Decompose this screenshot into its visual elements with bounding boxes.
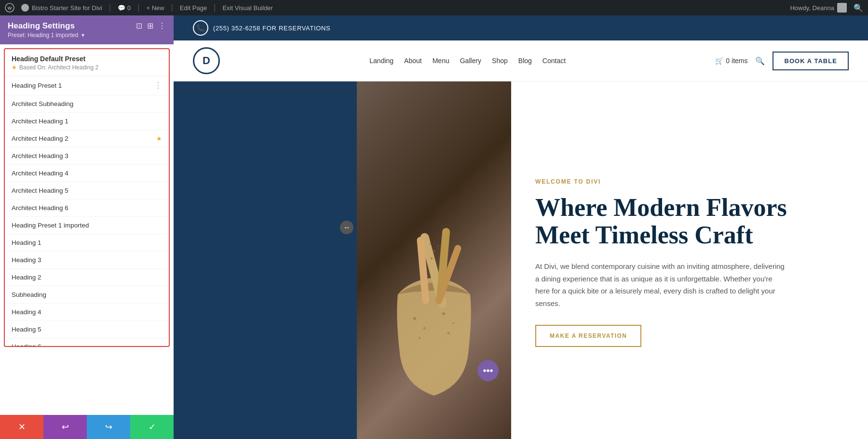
preset-list-item[interactable]: Subheading: [5, 286, 169, 304]
food-illustration: [371, 222, 497, 425]
preview-area: ↔ 📞 (255) 352-6258 FOR RESERVATIONS D La…: [174, 15, 868, 439]
edit-page-link[interactable]: Edit Page: [180, 4, 207, 12]
svg-point-8: [431, 257, 433, 259]
nav-link-gallery[interactable]: Gallery: [460, 57, 481, 65]
hero-image: [357, 81, 511, 439]
preset-item-label: Heading 3: [12, 256, 41, 264]
preset-list-item[interactable]: Architect Heading 2★: [5, 130, 169, 147]
panel-subtitle: Preset: Heading 1 imported ▾: [8, 32, 84, 39]
preset-item-dots-icon[interactable]: ⋮: [154, 81, 162, 90]
bottom-bar: ✕ ↩ ↪ ✓: [0, 415, 174, 439]
preset-item-label: Heading 6: [12, 343, 41, 346]
svg-point-15: [419, 337, 420, 339]
preset-item-label: Heading 1: [12, 239, 41, 246]
howdy-user: Howdy, Deanna: [790, 3, 847, 13]
site-logo: D: [193, 47, 220, 74]
phone-number: (255) 352-6258 FOR RESERVATIONS: [213, 25, 330, 32]
hero-section: WELCOME TO DIVI Where Modern Flavors Mee…: [174, 81, 868, 439]
preset-list-item[interactable]: Heading 4: [5, 304, 169, 321]
svg-point-12: [423, 327, 426, 330]
preset-item-label: Heading 5: [12, 326, 41, 333]
preset-list-item[interactable]: Heading Preset 1 imported: [5, 217, 169, 234]
preset-item-label: Heading 2: [12, 274, 41, 281]
preset-item-star-icon[interactable]: ★: [156, 135, 162, 142]
preset-item-label: Architect Heading 1: [12, 118, 68, 125]
preset-list-item[interactable]: Heading 6: [5, 338, 169, 346]
preset-item-label: Heading Preset 1 imported: [12, 222, 89, 229]
nav-link-contact[interactable]: Contact: [542, 57, 566, 65]
svg-point-14: [452, 322, 454, 324]
preset-item-label: Architect Heading 5: [12, 187, 68, 194]
site-name[interactable]: D Bistro Starter Site for Divi: [21, 4, 102, 12]
default-preset-based: ★ Based On: Architect Heading 2: [12, 64, 162, 71]
default-preset-item[interactable]: Heading Default Preset ★ Based On: Archi…: [5, 49, 169, 76]
main-layout: Heading Settings Preset: Heading 1 impor…: [0, 15, 868, 439]
site-icon: [21, 4, 29, 12]
close-icon: ✕: [18, 422, 26, 432]
user-avatar: [837, 3, 847, 13]
svg-point-10: [430, 243, 431, 245]
preset-list-item[interactable]: Architect Heading 1: [5, 113, 169, 130]
preset-item-label: Architect Heading 6: [12, 204, 68, 212]
preset-item-label: Architect Heading 2: [12, 135, 68, 142]
preset-list-item[interactable]: Architect Heading 5: [5, 182, 169, 200]
preset-item-label: Architect Heading 3: [12, 152, 68, 160]
view-icon[interactable]: ⊡: [136, 21, 142, 30]
hero-body-text: At Divi, we blend contemporary cuisine w…: [535, 260, 786, 309]
preset-dropdown-arrow[interactable]: ▾: [81, 32, 84, 39]
preset-list-item[interactable]: Architect Heading 4: [5, 165, 169, 182]
make-reservation-button[interactable]: MAKE A RESERVATION: [535, 325, 641, 347]
layout-icon[interactable]: ⊞: [147, 21, 153, 30]
svg-point-13: [442, 312, 445, 315]
preset-list-item[interactable]: Architect Heading 6: [5, 200, 169, 217]
cart-link[interactable]: 🛒 0 items: [715, 57, 747, 65]
exit-visual-builder-link[interactable]: Exit Visual Builder: [222, 4, 273, 12]
close-button[interactable]: ✕: [0, 415, 43, 439]
svg-point-16: [448, 332, 450, 334]
wp-admin-bar: W D Bistro Starter Site for Divi | 💬 0 |…: [0, 0, 868, 15]
more-options-icon[interactable]: ⋮: [158, 21, 166, 30]
website-preview: 📞 (255) 352-6258 FOR RESERVATIONS D Land…: [174, 15, 868, 439]
svg-point-9: [437, 246, 439, 247]
preset-item-label: Architect Subheading: [12, 100, 73, 107]
preset-list-item[interactable]: Heading Preset 1⋮: [5, 76, 169, 95]
hero-content: WELCOME TO DIVI Where Modern Flavors Mee…: [511, 81, 868, 439]
book-table-button[interactable]: BOOK A TABLE: [773, 52, 849, 70]
nav-link-menu[interactable]: Menu: [433, 57, 449, 65]
save-button[interactable]: ✓: [130, 415, 174, 439]
nav-link-about[interactable]: About: [404, 57, 422, 65]
preset-item-label: Heading 4: [12, 308, 41, 316]
site-top-bar: 📞 (255) 352-6258 FOR RESERVATIONS: [174, 15, 868, 40]
svg-point-11: [413, 317, 416, 320]
preset-list-item[interactable]: Heading 2: [5, 269, 169, 286]
site-search-icon[interactable]: 🔍: [755, 56, 765, 66]
admin-search-icon[interactable]: 🔍: [854, 3, 863, 13]
preset-list-item[interactable]: Architect Subheading: [5, 95, 169, 113]
save-icon: ✓: [149, 422, 156, 432]
svg-text:W: W: [8, 6, 12, 11]
undo-button[interactable]: ↩: [43, 415, 87, 439]
default-preset-title: Heading Default Preset: [12, 55, 162, 63]
site-name-label[interactable]: Bistro Starter Site for Divi: [32, 4, 102, 12]
comments-link[interactable]: 💬 0: [118, 4, 131, 12]
preset-list-item[interactable]: Architect Heading 3: [5, 147, 169, 165]
new-button[interactable]: + New: [146, 4, 164, 12]
nav-link-blog[interactable]: Blog: [518, 57, 532, 65]
resize-handle[interactable]: ↔: [340, 221, 353, 234]
site-nav: LandingAboutMenuGalleryShopBlogContact: [369, 57, 566, 65]
star-icon: ★: [12, 64, 17, 71]
redo-button[interactable]: ↪: [87, 415, 130, 439]
phone-icon: 📞: [193, 20, 208, 36]
preset-list-item[interactable]: Heading 3: [5, 252, 169, 269]
preset-dropdown-panel: Heading Default Preset ★ Based On: Archi…: [4, 48, 170, 347]
preset-item-label: Heading Preset 1: [12, 82, 62, 89]
preset-list-item[interactable]: Heading 5: [5, 321, 169, 338]
preset-item-label: Architect Heading 4: [12, 170, 68, 177]
floating-dots-button[interactable]: •••: [477, 360, 499, 381]
hero-heading: Where Modern Flavors Meet Timeless Craft: [535, 194, 844, 249]
nav-link-landing[interactable]: Landing: [369, 57, 393, 65]
preset-list-item[interactable]: Heading 1: [5, 234, 169, 252]
nav-link-shop[interactable]: Shop: [492, 57, 508, 65]
panel-header: Heading Settings Preset: Heading 1 impor…: [0, 15, 174, 44]
wordpress-logo-icon: W: [5, 3, 14, 13]
